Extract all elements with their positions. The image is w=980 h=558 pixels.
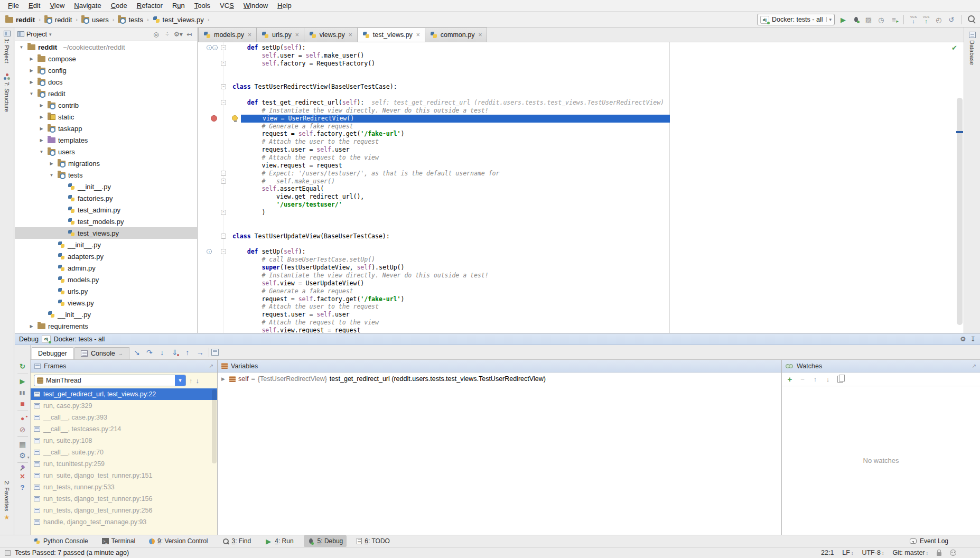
frame-row[interactable]: run, suite.py:108 <box>31 435 217 447</box>
editor-tab-common-py[interactable]: common.py× <box>425 27 488 42</box>
search-icon[interactable] <box>967 15 977 24</box>
float-panel-icon[interactable]: ↗ <box>972 363 976 369</box>
tree-item-templates[interactable]: ▶templates <box>15 134 197 146</box>
add-watch-icon[interactable] <box>784 374 796 385</box>
next-frame-icon[interactable]: ↓ <box>196 377 200 385</box>
expand-arrow-icon[interactable]: ▶ <box>221 376 227 382</box>
fold-end-marker-icon[interactable]: ^ <box>221 179 226 184</box>
override-marker-icon[interactable]: ↑ <box>207 249 212 254</box>
editor-tab-urls-py[interactable]: urls.py× <box>257 27 304 42</box>
resume-icon[interactable] <box>17 376 29 387</box>
tree-item-adapters-py[interactable]: adapters.py <box>15 250 197 262</box>
frame-row[interactable]: __call__, suite.py:70 <box>31 447 217 458</box>
evaluate-expression-icon[interactable] <box>211 349 219 356</box>
menu-run[interactable]: Run <box>167 1 190 11</box>
sidebar-tab-favorites[interactable]: 2: Favorites <box>4 481 10 521</box>
editor-tab-models-py[interactable]: models.py× <box>198 27 257 42</box>
tree-collapsed-arrow-icon[interactable]: ▶ <box>38 103 45 108</box>
fold-marker-icon[interactable]: − <box>221 234 226 239</box>
close-icon[interactable]: × <box>416 31 420 39</box>
debug-icon[interactable] <box>851 15 861 24</box>
toolwindow-button-todo[interactable]: 6: TODO <box>353 536 394 546</box>
tree-item-docs[interactable]: ▶docs <box>15 76 197 88</box>
toolwindow-button-python-console[interactable]: Python Console <box>30 536 92 546</box>
frame-row[interactable]: test_get_redirect_url, test_views.py:22 <box>31 388 217 400</box>
chevron-down-icon[interactable]: ▼ <box>175 375 185 386</box>
debug-tab-console[interactable]: Console→ <box>74 347 129 359</box>
breadcrumb-item[interactable]: test_views.py <box>152 15 205 24</box>
lock-icon[interactable] <box>937 552 941 556</box>
run-icon[interactable] <box>838 15 848 24</box>
settings-icon[interactable] <box>17 450 29 461</box>
tree-item-test-views-py[interactable]: test_views.py <box>15 227 197 239</box>
fold-marker-icon[interactable]: − <box>221 171 226 176</box>
step-over-icon[interactable] <box>143 347 156 358</box>
tree-collapsed-arrow-icon[interactable]: ▶ <box>28 68 35 73</box>
tree-item-taskapp[interactable]: ▶taskapp <box>15 123 197 134</box>
close-icon[interactable]: × <box>248 31 251 39</box>
sidebar-tab--project[interactable]: 1: Project <box>4 31 11 63</box>
menu-view[interactable]: View <box>45 1 69 11</box>
menu-edit[interactable]: Edit <box>24 1 45 11</box>
close-icon[interactable]: × <box>295 31 299 39</box>
toolwindow-button-debug[interactable]: 5: Debug <box>304 535 347 547</box>
pin-icon[interactable] <box>20 464 26 471</box>
previous-frame-icon[interactable]: ↑ <box>189 377 193 385</box>
hector-inspector-icon[interactable] <box>950 550 956 556</box>
execution-line-stripe-mark[interactable] <box>956 131 963 133</box>
chevron-down-icon[interactable]: ▾ <box>49 32 52 37</box>
sidebar-tab-database[interactable]: Database <box>969 32 976 65</box>
tree-expanded-arrow-icon[interactable]: ▼ <box>48 173 55 178</box>
fold-marker-icon[interactable]: − <box>221 100 226 105</box>
menu-help[interactable]: Help <box>273 1 296 11</box>
close-icon[interactable]: × <box>349 31 352 39</box>
frame-row[interactable]: run, tcunittest.py:259 <box>31 458 217 470</box>
collapse-all-icon[interactable]: ÷ <box>162 31 172 38</box>
caret-position[interactable]: 22:1 <box>821 549 834 556</box>
tree-collapsed-arrow-icon[interactable]: ▶ <box>38 126 45 131</box>
breadcrumb-item[interactable]: reddit <box>43 15 73 24</box>
pause-icon[interactable] <box>17 387 29 398</box>
tree-collapsed-arrow-icon[interactable]: ▶ <box>28 57 35 61</box>
gear-icon[interactable]: ⚙▾ <box>173 31 183 38</box>
inspections-ok-icon[interactable]: ✔ <box>951 44 957 52</box>
thread-select[interactable]: MainThread ▼ <box>34 375 186 386</box>
step-out-icon[interactable] <box>181 347 194 358</box>
frame-row[interactable]: run, case.py:329 <box>31 400 217 412</box>
tree-item-models-py[interactable]: models.py <box>15 274 197 285</box>
toolwindow-button-version-control[interactable]: 9: Version Control <box>145 536 211 546</box>
tree-item-users[interactable]: ▼users <box>15 146 197 157</box>
frame-row[interactable]: run_tests, runner.py:533 <box>31 481 217 493</box>
tree-item--init-py[interactable]: __init__.py <box>15 181 197 192</box>
move-up-icon[interactable] <box>809 374 821 385</box>
toolwindow-button-terminal[interactable]: Terminal <box>98 536 139 546</box>
tree-item-compose[interactable]: ▶compose <box>15 53 197 64</box>
tree-item-factories-py[interactable]: factories.py <box>15 192 197 204</box>
tree-expanded-arrow-icon[interactable]: ▼ <box>28 91 35 96</box>
encoding-widget[interactable]: UTF-8↕ <box>862 549 884 556</box>
tree-item-migrations[interactable]: ▶migrations <box>15 157 197 169</box>
toolwindow-button-run[interactable]: 4: Run <box>261 535 297 547</box>
event-log-button[interactable]: Event Log <box>910 537 948 545</box>
fold-marker-icon[interactable]: − <box>221 45 226 50</box>
intention-bulb-icon[interactable] <box>232 115 238 121</box>
tree-item-reddit[interactable]: ▼reddit~/cookiecutter/reddit <box>15 41 197 53</box>
menu-tools[interactable]: Tools <box>190 1 215 11</box>
coverage-icon[interactable] <box>864 15 873 24</box>
tree-item--init-py[interactable]: __init__.py <box>15 309 197 320</box>
editor-tab-test-views-py[interactable]: test_views.py× <box>358 27 425 42</box>
tree-item-test-admin-py[interactable]: test_admin.py <box>15 204 197 216</box>
recent-changes-icon[interactable] <box>934 15 944 24</box>
toolwindow-button-find[interactable]: 3: Find <box>218 536 255 546</box>
fold-end-marker-icon[interactable]: ^ <box>221 210 226 215</box>
breadcrumb-item[interactable]: users <box>80 15 110 24</box>
frame-row[interactable]: run_suite, django_test_runner.py:151 <box>31 470 217 481</box>
tree-expanded-arrow-icon[interactable]: ▼ <box>18 45 25 50</box>
vcs-commit-icon[interactable] <box>921 15 931 24</box>
remove-watch-icon[interactable] <box>797 374 808 385</box>
git-branch-widget[interactable]: Git: master↕ <box>892 549 928 556</box>
editor-tab-views-py[interactable]: views.py× <box>304 27 358 42</box>
step-into-icon[interactable] <box>156 347 169 358</box>
menu-vcs[interactable]: VCS <box>215 1 239 11</box>
code-editor[interactable]: ↑↓− def setUp(self): self.user = self.ma… <box>198 42 964 333</box>
